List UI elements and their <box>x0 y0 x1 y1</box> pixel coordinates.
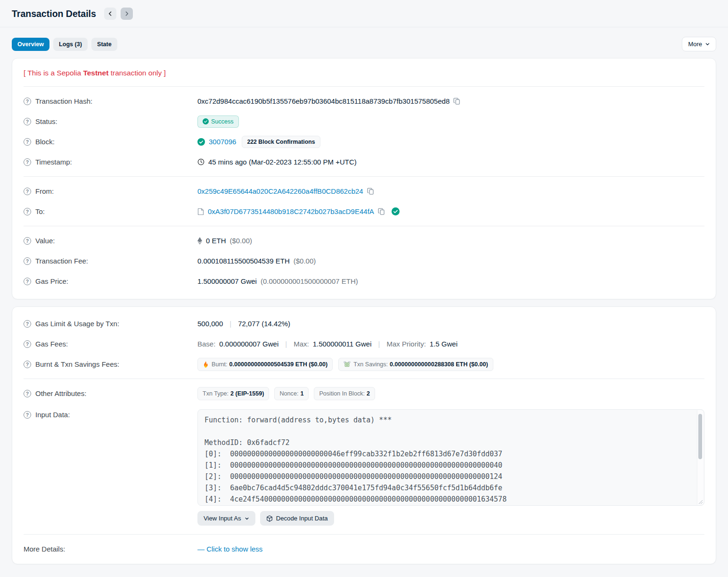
more-button-label: More <box>688 41 702 48</box>
transaction-fee-usd: ($0.00) <box>294 257 316 265</box>
burnt-fees-row: ? Burnt & Txn Savings Fees: Burnt: 0.000… <box>24 354 704 374</box>
timestamp-label: Timestamp: <box>35 158 72 166</box>
gas-limit-label: Gas Limit & Usage by Txn: <box>35 320 119 328</box>
gas-fees-label: Gas Fees: <box>35 340 68 348</box>
input-data-textarea[interactable]: Function: forward(address to,bytes data)… <box>197 409 704 506</box>
gas-priority-label: Max Priority: <box>386 340 425 348</box>
copy-from-address-button[interactable] <box>367 188 374 195</box>
copy-icon <box>378 208 385 215</box>
previous-transaction-button[interactable] <box>104 8 116 20</box>
gas-limit-value: 500,000 <box>197 320 223 328</box>
more-button[interactable]: More <box>682 37 716 51</box>
help-icon[interactable]: ? <box>24 237 31 245</box>
help-icon[interactable]: ? <box>24 98 31 105</box>
check-circle-icon <box>197 138 205 146</box>
view-input-as-label: View Input As <box>204 515 241 522</box>
gas-price-row: ? Gas Price: 1.500000007 Gwei (0.0000000… <box>24 271 704 291</box>
txn-type-badge: Txn Type: 2 (EIP-1559) <box>197 387 269 400</box>
ethereum-icon <box>197 237 202 245</box>
tab-overview[interactable]: Overview <box>12 38 49 51</box>
status-badge: Success <box>197 115 239 128</box>
more-details-label: More Details: <box>24 545 65 553</box>
chevron-left-icon <box>107 11 113 16</box>
gas-max-value: 1.500000011 Gwei <box>313 340 372 348</box>
help-icon[interactable]: ? <box>24 361 31 368</box>
status-row: ? Status: Success <box>24 111 704 132</box>
clock-icon <box>197 158 204 165</box>
help-icon[interactable]: ? <box>24 118 31 125</box>
txn-type-value: 2 (EIP-1559) <box>230 390 264 397</box>
help-icon[interactable]: ? <box>24 208 31 215</box>
txn-type-label: Txn Type: <box>203 390 229 397</box>
nonce-label: Nonce: <box>279 390 298 397</box>
help-icon[interactable]: ? <box>24 188 31 195</box>
copy-icon <box>367 188 374 195</box>
burnt-badge: Burnt: 0.000000000000504539 ETH ($0.00) <box>197 358 333 371</box>
help-icon[interactable]: ? <box>24 340 31 348</box>
next-transaction-button[interactable] <box>121 8 133 20</box>
transaction-details-page: Transaction Details Overview Logs (3) St… <box>0 0 728 564</box>
block-number-link[interactable]: 3007096 <box>209 138 236 146</box>
position-in-block-badge: Position In Block: 2 <box>314 387 375 400</box>
warning-text-prefix: [ This is a Sepolia <box>24 69 83 77</box>
tab-state[interactable]: State <box>91 38 117 51</box>
to-label: To: <box>35 207 45 215</box>
copy-to-address-button[interactable] <box>378 208 385 215</box>
tabs: Overview Logs (3) State <box>12 38 117 51</box>
block-label: Block: <box>35 138 55 146</box>
help-icon[interactable]: ? <box>24 278 31 285</box>
overview-card: [ This is a Sepolia Testnet transaction … <box>12 58 716 299</box>
input-data-scrollbar-thumb[interactable] <box>698 414 702 459</box>
gas-usage-value: 72,077 (14.42%) <box>238 320 290 328</box>
copy-transaction-hash-button[interactable] <box>453 98 460 105</box>
verified-check-icon <box>392 207 400 215</box>
help-icon[interactable]: ? <box>24 257 31 265</box>
fire-icon <box>203 361 209 368</box>
input-data-content: Function: forward(address to,bytes data)… <box>204 414 693 505</box>
header-divider <box>0 27 728 27</box>
help-icon[interactable]: ? <box>24 158 31 166</box>
position-in-block-label: Position In Block: <box>319 390 365 397</box>
textarea-resize-handle[interactable] <box>698 499 703 504</box>
value-label: Value: <box>35 237 55 245</box>
block-confirmations-badge: 222 Block Confirmations <box>242 136 320 148</box>
transaction-hash-label: Transaction Hash: <box>35 97 92 105</box>
copy-icon <box>453 98 460 105</box>
decode-input-data-button[interactable]: Decode Input Data <box>260 511 334 526</box>
separator: | <box>285 340 287 348</box>
chevron-right-icon <box>124 11 130 16</box>
help-icon[interactable]: ? <box>24 320 31 328</box>
warning-text-bold: Testnet <box>83 69 108 77</box>
click-to-show-less-link[interactable]: — Click to show less <box>197 545 262 553</box>
status-label: Status: <box>35 117 57 125</box>
warning-text-suffix: transaction only ] <box>108 69 165 77</box>
tabs-row: Overview Logs (3) State More <box>12 37 716 51</box>
burnt-fees-label: Burnt & Txn Savings Fees: <box>35 360 119 368</box>
separator: | <box>229 320 231 328</box>
from-address-link[interactable]: 0x259c49E65644a020C2A642260a4ffB0CD862cb… <box>197 187 363 195</box>
cube-icon <box>266 515 273 522</box>
input-data-actions: View Input As Decode Input Data <box>197 511 704 526</box>
page-title: Transaction Details <box>12 8 96 19</box>
help-icon[interactable]: ? <box>24 138 31 146</box>
tab-logs[interactable]: Logs (3) <box>53 38 88 51</box>
gas-base-label: Base: <box>197 340 215 348</box>
nonce-badge: Nonce: 1 <box>274 387 309 400</box>
to-address-link[interactable]: 0xA3f07D6773514480b918C2742b027b3acD9E44… <box>208 207 374 215</box>
transaction-fee-row: ? Transaction Fee: 0.000108115500504539 … <box>24 251 704 271</box>
more-details-row: More Details: — Click to show less <box>24 535 704 564</box>
help-icon[interactable]: ? <box>24 411 31 419</box>
other-attributes-row: ? Other Attributes: Txn Type: 2 (EIP-155… <box>24 383 704 404</box>
view-input-as-button[interactable]: View Input As <box>197 511 255 526</box>
from-label: From: <box>35 187 54 195</box>
position-in-block-value: 2 <box>367 390 370 397</box>
gas-limit-row: ? Gas Limit & Usage by Txn: 500,000 | 72… <box>24 313 704 334</box>
input-data-row: ? Input Data: Function: forward(address … <box>24 404 704 526</box>
transaction-hash-row: ? Transaction Hash: 0xc72d984ccac6190b5f… <box>24 91 704 111</box>
gas-max-label: Max: <box>294 340 309 348</box>
chevron-down-icon <box>245 516 249 521</box>
block-row: ? Block: 3007096 222 Block Confirmations <box>24 132 704 152</box>
nonce-value: 1 <box>300 390 303 397</box>
to-row: ? To: 0xA3f07D6773514480b918C2742b027b3a… <box>24 201 704 222</box>
help-icon[interactable]: ? <box>24 390 31 397</box>
